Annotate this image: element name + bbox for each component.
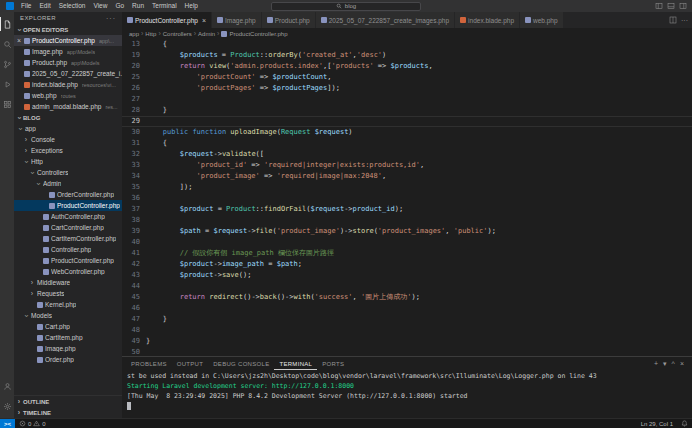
breadcrumb-item[interactable]: app [129,31,139,37]
tree-item[interactable]: AuthController.php [14,211,122,222]
tree-item[interactable]: ›Admin [14,178,122,189]
terminal-dropdown-icon[interactable]: ▾ [663,360,667,368]
panel-tab-terminal[interactable]: TERMINAL [274,357,317,370]
explorer-more-actions-icon[interactable]: ··· [106,15,116,22]
editor-tab[interactable]: 2025_05_07_222857_create_images.php [316,12,455,28]
tree-item[interactable]: CartItemController.php [14,233,122,244]
tree-item[interactable]: ›app [14,123,122,134]
editor-tab[interactable]: index.blade.php [455,12,520,28]
editor-tab[interactable]: ProductController.php× [122,12,212,28]
error-count: 0 [28,421,31,427]
open-editor-item[interactable]: 2025_05_07_222857_create_i... [14,68,122,79]
tree-item[interactable]: ›Http [14,156,122,167]
activity-run-debug-icon[interactable] [0,74,14,94]
editor-tab[interactable]: web.php [520,12,564,28]
tree-item[interactable]: ›Console [14,134,122,145]
tree-item[interactable]: CartItem.php [14,332,122,343]
editor-tab[interactable]: Product.php [262,12,316,28]
code-text: } [146,336,150,347]
item-label: Models [31,312,52,319]
tree-item[interactable]: Kernel.php [14,299,122,310]
tree-item[interactable]: ›Exceptions [14,145,122,156]
menu-edit[interactable]: Edit [35,0,54,12]
panel-tab-ports[interactable]: PORTS [317,357,349,370]
remote-indicator[interactable]: >< [0,419,15,428]
code-editor[interactable]: 13 {19 $products = Product::orderBy('cre… [122,39,692,356]
item-label: app [25,125,36,132]
chevron-icon: › [29,279,35,286]
code-text: { [146,138,167,149]
open-editor-item[interactable]: web.phproutes [14,90,122,101]
tree-item[interactable]: ›Middleware [14,277,122,288]
more-actions-icon[interactable]: ··· [681,17,688,24]
code-line: 13 { [122,39,692,50]
menu-help[interactable]: Help [181,0,202,12]
tree-item[interactable]: OrderController.php [14,189,122,200]
terminal-prompt[interactable] [127,401,692,411]
section-outline[interactable]: ›OUTLINE [14,396,122,407]
open-editor-item[interactable]: ×ProductController.phpapp\... [14,35,122,46]
breadcrumb-item[interactable]: ProductController.php [229,31,287,37]
tree-item[interactable]: ›Requests [14,288,122,299]
project-section-header[interactable]: › BLOG [14,112,122,123]
tree-item[interactable]: CartController.php [14,222,122,233]
breadcrumb-item[interactable]: Admin [198,31,215,37]
activity-search-icon[interactable] [0,34,14,54]
open-editor-item[interactable]: admin_modal.blade.phpres... [14,101,122,112]
open-editor-item[interactable]: index.blade.phpresources\vi... [14,79,122,90]
activity-explorer-icon[interactable] [0,14,14,34]
code-line: 34 'product_image' => 'required|image|ma… [122,171,692,182]
close-icon[interactable]: × [16,37,22,44]
toggle-secondary-sidebar-icon[interactable] [679,2,687,10]
close-panel-icon[interactable]: × [680,360,684,367]
code-text: { [146,39,167,50]
menu-selection[interactable]: Selection [55,0,90,12]
terminal[interactable]: st be used instead in C:\Users\jzs2h\Des… [122,370,692,418]
new-terminal-icon[interactable]: + [654,360,658,367]
code-text: // 假設你有個 image_path 欄位保存圖片路徑 [146,248,334,259]
menu-go[interactable]: Go [111,0,128,12]
line-number: 47 [122,314,146,325]
command-center[interactable]: blog [271,2,421,11]
maximize-panel-icon[interactable]: ^ [672,360,675,367]
open-editors-header[interactable]: › OPEN EDITORS [14,24,122,35]
toggle-sidebar-icon[interactable] [655,2,663,10]
tree-item[interactable]: ProductController.php [14,200,122,211]
problems-indicator[interactable]: 0 0 [15,419,50,428]
cursor-position[interactable]: Ln 29, Col 1 [637,419,677,428]
php-file-icon [24,71,30,77]
notifications-bell[interactable] [677,419,692,428]
tree-item[interactable]: ›Models [14,310,122,321]
item-label: ProductController.php [51,257,114,264]
tree-item[interactable]: Controller.php [14,244,122,255]
tree-item[interactable]: Image.php [14,343,122,354]
panel-tab-output[interactable]: OUTPUT [172,357,208,370]
breadcrumb-item[interactable]: Http [145,31,156,37]
menu-terminal[interactable]: Terminal [148,0,181,12]
toggle-panel-icon[interactable] [667,2,675,10]
tree-item[interactable]: ›Controllers [14,167,122,178]
menu-run[interactable]: Run [128,0,148,12]
panel-tab-debug-console[interactable]: DEBUG CONSOLE [208,357,274,370]
tree-item[interactable]: Order.php [14,354,122,365]
chevron-right-icon: › [217,30,219,37]
activity-extensions-icon[interactable] [0,94,14,114]
tree-item[interactable]: ProductController.php [14,255,122,266]
activity-settings-icon[interactable] [0,396,14,416]
breadcrumb-item[interactable]: Controllers [163,31,192,37]
split-editor-icon[interactable] [669,16,677,25]
open-editor-item[interactable]: Product.phpapp\Models [14,57,122,68]
activity-source-control-icon[interactable] [0,54,14,74]
file-name: ProductController.php [32,37,95,44]
open-editor-item[interactable]: Image.phpapp\Models [14,46,122,57]
editor-tab[interactable]: Image.php [212,12,262,28]
close-icon[interactable]: × [202,17,206,24]
panel-tab-problems[interactable]: PROBLEMS [126,357,172,370]
tree-item[interactable]: WebController.php [14,266,122,277]
title-bar: FileEditSelectionViewGoRunTerminalHelp b… [0,0,692,12]
menu-file[interactable]: File [17,0,35,12]
section-timeline[interactable]: ›TIMELINE [14,407,122,418]
tree-item[interactable]: Cart.php [14,321,122,332]
menu-view[interactable]: View [89,0,111,12]
activity-account-icon[interactable] [0,376,14,396]
